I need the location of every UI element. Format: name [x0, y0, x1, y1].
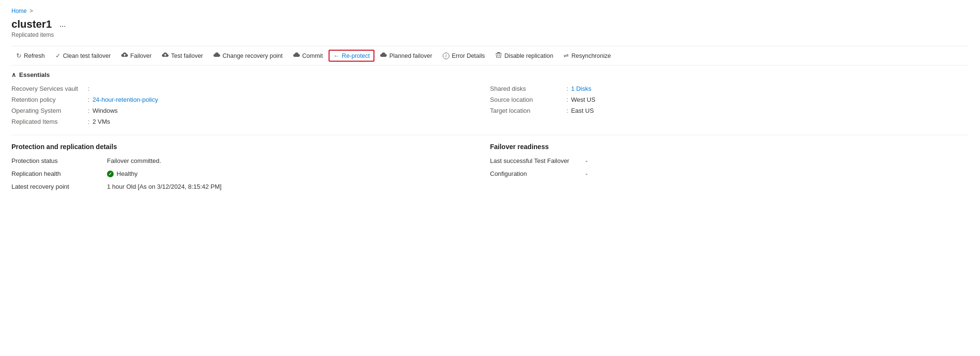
failover-button[interactable]: Failover: [117, 49, 156, 62]
source-location-value: West US: [571, 96, 596, 103]
re-protect-label: Re-protect: [342, 53, 370, 59]
page-title-row: cluster1 ...: [11, 18, 969, 31]
commit-icon: [293, 52, 300, 60]
commit-label: Commit: [302, 53, 323, 59]
os-colon: :: [88, 107, 90, 114]
change-recovery-point-label: Change recovery point: [223, 53, 283, 59]
field-target-location: Target location : East US: [490, 107, 969, 114]
commit-button[interactable]: Commit: [288, 49, 328, 62]
target-location-value: East US: [571, 107, 594, 114]
toolbar: ↻ Refresh ✓ Clean test failover Failover…: [11, 46, 969, 65]
resync-icon: ⇌: [564, 52, 569, 59]
error-details-button[interactable]: i Error Details: [438, 50, 490, 62]
retention-policy-link[interactable]: 24-hour-retention-policy: [93, 96, 158, 103]
configuration-label: Configuration: [490, 170, 586, 177]
healthy-icon: [107, 171, 114, 177]
info-icon: i: [443, 53, 449, 59]
last-test-failover-label: Last successful Test Failover: [490, 157, 586, 164]
replication-health-value: Healthy: [107, 170, 138, 177]
latest-recovery-point-row: Latest recovery point 1 hour Old [As on …: [11, 183, 471, 190]
shared-disks-link[interactable]: 1 Disks: [571, 85, 592, 92]
replicated-items-colon: :: [88, 118, 90, 125]
last-test-failover-value: -: [586, 157, 587, 164]
essentials-label: Essentials: [19, 71, 50, 78]
cloud-test-icon: [162, 52, 169, 60]
disable-replication-button[interactable]: Disable replication: [490, 49, 558, 62]
test-failover-label: Test failover: [171, 53, 203, 59]
protection-details-title: Protection and replication details: [11, 143, 471, 151]
re-protect-button[interactable]: ← Re-protect: [329, 50, 374, 62]
replication-health-label: Replication health: [11, 170, 107, 177]
replicated-items-label: Replicated Items: [11, 118, 88, 125]
replication-health-row: Replication health Healthy: [11, 170, 471, 177]
cloud-upload-icon: [121, 52, 128, 60]
test-failover-button[interactable]: Test failover: [157, 49, 208, 62]
retention-policy-colon: :: [88, 96, 90, 103]
field-recovery-services-vault: Recovery Services vault :: [11, 85, 490, 92]
collapse-icon[interactable]: ∧: [11, 71, 16, 78]
field-operating-system: Operating System : Windows: [11, 107, 490, 114]
essentials-grid: Recovery Services vault : Retention poli…: [11, 85, 969, 125]
planned-failover-button[interactable]: Planned failover: [375, 49, 437, 62]
retention-policy-label: Retention policy: [11, 96, 88, 103]
recovery-vault-colon: :: [88, 85, 90, 92]
replicated-items-value: 2 VMs: [93, 118, 110, 125]
protection-status-value: Failover committed.: [107, 157, 161, 164]
cloud-recovery-icon: [213, 52, 220, 60]
recovery-vault-label: Recovery Services vault: [11, 85, 88, 92]
resynchronize-button[interactable]: ⇌ Resynchronize: [559, 50, 616, 62]
back-arrow-icon: ←: [333, 52, 340, 59]
field-retention-policy: Retention policy : 24-hour-retention-pol…: [11, 96, 490, 103]
refresh-label: Refresh: [24, 53, 45, 59]
failover-label: Failover: [130, 53, 151, 59]
essentials-right: Shared disks : 1 Disks Source location :…: [490, 85, 969, 125]
shared-disks-label: Shared disks: [490, 85, 566, 92]
configuration-value: -: [586, 170, 587, 177]
failover-readiness: Failover readiness Last successful Test …: [490, 143, 969, 196]
ellipsis-button[interactable]: ...: [56, 19, 68, 30]
resynchronize-label: Resynchronize: [571, 53, 611, 59]
check-icon: ✓: [55, 52, 61, 59]
refresh-button[interactable]: ↻ Refresh: [11, 50, 50, 62]
trash-icon: [495, 52, 502, 60]
target-location-label: Target location: [490, 107, 566, 114]
breadcrumb: Home >: [11, 8, 969, 14]
last-test-failover-row: Last successful Test Failover -: [490, 157, 949, 164]
disable-replication-label: Disable replication: [504, 53, 553, 59]
field-replicated-items: Replicated Items : 2 VMs: [11, 118, 490, 125]
protection-status-label: Protection status: [11, 157, 107, 164]
source-location-colon: :: [566, 96, 568, 103]
latest-recovery-point-label: Latest recovery point: [11, 183, 107, 190]
configuration-row: Configuration -: [490, 170, 949, 177]
field-source-location: Source location : West US: [490, 96, 969, 103]
protection-status-row: Protection status Failover committed.: [11, 157, 471, 164]
page-subtitle: Replicated items: [11, 32, 969, 38]
essentials-section-header: ∧ Essentials: [11, 71, 969, 78]
source-location-label: Source location: [490, 96, 566, 103]
target-location-colon: :: [566, 107, 568, 114]
essentials-left: Recovery Services vault : Retention poli…: [11, 85, 490, 125]
planned-failover-icon: [380, 52, 387, 60]
failover-readiness-title: Failover readiness: [490, 143, 949, 151]
breadcrumb-home-link[interactable]: Home: [11, 8, 27, 14]
error-details-label: Error Details: [452, 53, 485, 59]
latest-recovery-point-value: 1 hour Old [As on 3/12/2024, 8:15:42 PM]: [107, 183, 222, 190]
breadcrumb-separator: >: [30, 8, 33, 14]
shared-disks-value: 1 Disks: [571, 85, 592, 92]
details-section: Protection and replication details Prote…: [11, 143, 969, 196]
clean-test-failover-label: Clean test failover: [63, 53, 111, 59]
retention-policy-value: 24-hour-retention-policy: [93, 96, 158, 103]
shared-disks-colon: :: [566, 85, 568, 92]
protection-details: Protection and replication details Prote…: [11, 143, 490, 196]
section-divider: [11, 135, 969, 135]
clean-test-failover-button[interactable]: ✓ Clean test failover: [51, 50, 116, 62]
refresh-icon: ↻: [16, 52, 21, 59]
os-value: Windows: [93, 107, 118, 114]
page-title: cluster1: [11, 18, 52, 31]
field-shared-disks: Shared disks : 1 Disks: [490, 85, 969, 92]
change-recovery-point-button[interactable]: Change recovery point: [209, 49, 288, 62]
planned-failover-label: Planned failover: [389, 53, 432, 59]
replication-health-text: Healthy: [117, 170, 138, 177]
os-label: Operating System: [11, 107, 88, 114]
